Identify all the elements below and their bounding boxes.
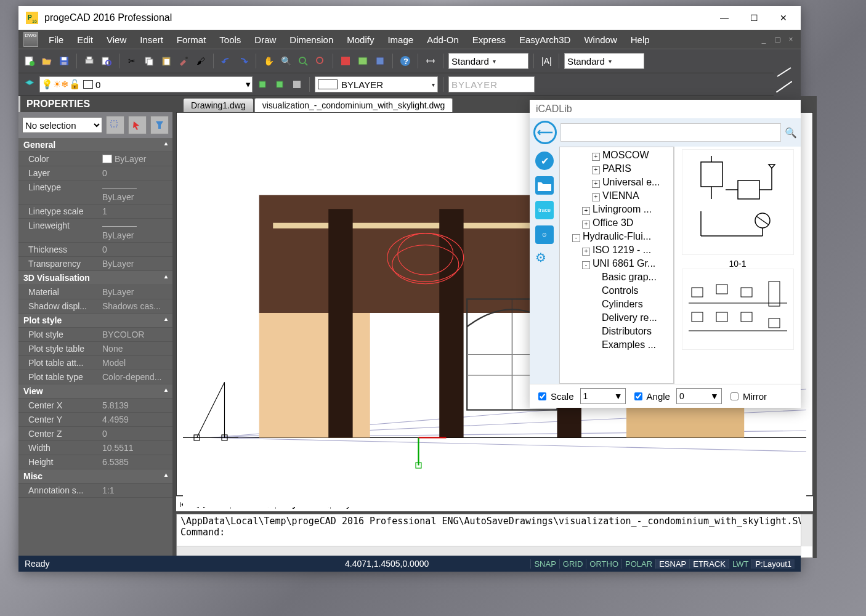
props-row[interactable]: Thickness0 [18, 243, 172, 257]
tree-item[interactable]: Basic grap... [561, 270, 672, 284]
print-preview-icon[interactable] [99, 54, 114, 68]
props-row[interactable]: TransparencyByLayer [18, 257, 172, 271]
props-section-vis3d[interactable]: 3D Visualisation▴ [18, 271, 172, 285]
tree-item[interactable]: -UNI 6861 Gr... [561, 257, 672, 270]
props-row[interactable]: Shadow displ...Shadows cas... [18, 299, 172, 314]
filter-icon[interactable] [150, 116, 169, 134]
props-row[interactable]: Plot style tableNone [18, 342, 172, 356]
props-row[interactable]: Layer0 [18, 166, 172, 180]
props-section-view[interactable]: View▴ [18, 384, 172, 399]
dwg-icon[interactable]: DWG [23, 32, 38, 47]
tree-item[interactable]: Distributors [561, 325, 672, 338]
props-row[interactable]: ColorByLayer [18, 152, 172, 166]
symbol-preview-1[interactable] [682, 149, 794, 255]
tree-item[interactable]: +Universal e... [561, 176, 672, 189]
paste-icon[interactable] [159, 54, 174, 68]
tab-drawing1[interactable]: Drawing1.dwg [184, 99, 253, 112]
props-row[interactable]: Center X5.8139 [18, 399, 172, 413]
line-tool-icon[interactable] [776, 67, 792, 78]
mdi-close[interactable]: × [786, 34, 796, 44]
menu-addon[interactable]: Add-On [420, 34, 466, 45]
tree-item[interactable]: Examples ... [561, 338, 672, 352]
dim-style-combo[interactable]: Standard▾ [448, 53, 528, 69]
dimstyle-icon[interactable] [423, 54, 438, 68]
tree-item[interactable]: +PARIS [561, 162, 672, 176]
props-row[interactable]: Plot table typeColor-depend... [18, 370, 172, 384]
props-row[interactable]: Lineweight———— ByLayer [18, 219, 172, 243]
redo-icon[interactable] [236, 54, 251, 68]
scale-checkbox[interactable]: Scale [536, 391, 574, 402]
props-row[interactable]: Linetype scale1 [18, 205, 172, 219]
maximize-button[interactable]: ☐ [739, 7, 769, 29]
layer-prev-icon[interactable] [255, 77, 270, 92]
menu-help[interactable]: Help [624, 34, 657, 45]
zoom-realtime-icon[interactable]: 🔍 [278, 54, 293, 68]
props-section-plot[interactable]: Plot style▴ [18, 314, 172, 328]
tree-item[interactable]: +MOSCOW [561, 148, 672, 162]
tree-item[interactable]: +ISO 1219 - ... [561, 243, 672, 257]
menu-view[interactable]: View [100, 34, 133, 45]
props-row[interactable]: Width10.5511 [18, 441, 172, 455]
color-combo[interactable]: BYLAYER▾ [315, 76, 438, 92]
status-etrack[interactable]: ETRACK [689, 559, 729, 569]
status-ortho[interactable]: ORTHO [586, 559, 621, 569]
cad-icon[interactable]: ⊙ [535, 225, 554, 244]
xline-tool-icon[interactable] [776, 81, 792, 92]
menu-express[interactable]: Express [466, 34, 512, 45]
copy-icon[interactable] [142, 54, 156, 68]
props-row[interactable]: Center Z0 [18, 427, 172, 441]
gear-icon[interactable]: ⚙ [535, 250, 554, 269]
status-grid[interactable]: GRID [559, 559, 586, 569]
props-row[interactable]: Plot styleBYCOLOR [18, 328, 172, 342]
props-section-misc[interactable]: Misc▴ [18, 469, 172, 484]
back-icon[interactable]: ⟵ [533, 121, 557, 144]
cut-icon[interactable]: ✂ [124, 54, 139, 68]
menu-dimension[interactable]: Dimension [283, 34, 340, 45]
brush-icon[interactable]: 🖌 [193, 54, 208, 68]
icadlib-tree[interactable]: +MOSCOW+PARIS+Universal e...+VIENNA+Livi… [559, 147, 674, 384]
angle-checkbox[interactable]: Angle [632, 391, 670, 402]
scale-combo[interactable]: 1▼ [580, 388, 626, 404]
menu-image[interactable]: Image [381, 34, 420, 45]
angle-combo[interactable]: 0▼ [676, 388, 722, 404]
layer-iso-icon[interactable] [272, 77, 287, 92]
print-icon[interactable] [82, 54, 97, 68]
check-icon[interactable]: ✔ [535, 152, 554, 170]
search-icon[interactable]: 🔍 [785, 127, 797, 139]
trace-icon[interactable]: trace [535, 201, 554, 219]
matchprops-icon[interactable] [176, 54, 191, 68]
folder-icon[interactable] [535, 176, 554, 195]
zoom-window-icon[interactable] [296, 54, 310, 68]
mdi-minimize[interactable]: _ [759, 34, 769, 44]
tree-item[interactable]: Delivery re... [561, 311, 672, 325]
status-lwt[interactable]: LWT [729, 559, 751, 569]
tree-item[interactable]: +VIENNA [561, 189, 672, 203]
menu-file[interactable]: File [42, 34, 70, 45]
menu-easyarch3d[interactable]: EasyArch3D [512, 34, 577, 45]
open-icon[interactable] [39, 54, 54, 68]
menu-modify[interactable]: Modify [340, 34, 381, 45]
mdi-restore[interactable]: ▢ [772, 34, 782, 44]
menu-format[interactable]: Format [170, 34, 213, 45]
block-icon[interactable] [373, 54, 387, 68]
new-icon[interactable] [22, 54, 37, 68]
linetype-combo[interactable]: BYLAYER [448, 76, 535, 92]
symbol-preview-2[interactable] [682, 269, 794, 350]
layer-state-icon[interactable] [289, 77, 304, 92]
status-playout1[interactable]: P:Layout1 [751, 559, 795, 569]
help-icon[interactable]: ? [398, 54, 413, 68]
props-row[interactable]: Center Y4.4959 [18, 413, 172, 427]
minimize-button[interactable]: — [710, 7, 739, 29]
convert-pdf-icon[interactable] [338, 54, 353, 68]
props-row[interactable]: Plot table att...Model [18, 356, 172, 370]
props-row[interactable]: MaterialByLayer [18, 285, 172, 299]
menu-tools[interactable]: Tools [212, 34, 248, 45]
menu-edit[interactable]: Edit [70, 34, 100, 45]
status-polar[interactable]: POLAR [621, 559, 655, 569]
props-section-general[interactable]: General▴ [18, 138, 172, 152]
menu-window[interactable]: Window [577, 34, 623, 45]
tree-item[interactable]: Cylinders [561, 298, 672, 311]
layer-manager-icon[interactable] [22, 77, 37, 92]
mirror-checkbox[interactable]: Mirror [728, 391, 767, 402]
pan-icon[interactable]: ✋ [261, 54, 276, 68]
